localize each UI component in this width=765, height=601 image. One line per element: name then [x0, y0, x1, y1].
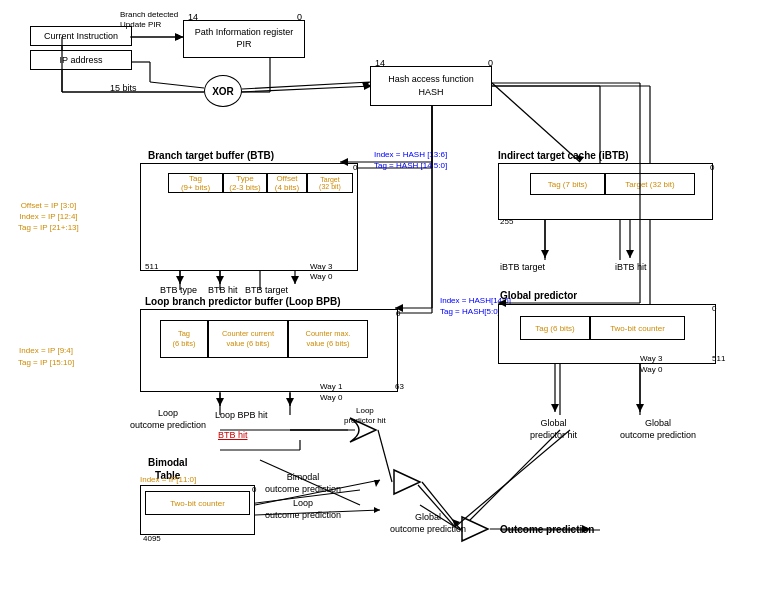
- hash-box: Hash access function HASH: [370, 66, 492, 106]
- btb-zero: 0: [353, 163, 357, 172]
- svg-marker-66: [216, 398, 224, 406]
- branch-detected-label: Branch detected: [120, 10, 178, 19]
- loop-bpb-tag-cell: Tag(6 bits): [160, 320, 208, 358]
- svg-line-41: [242, 82, 370, 89]
- outcome-prediction-label: Outcome prediction: [500, 524, 594, 535]
- svg-marker-76: [374, 507, 380, 513]
- bimodal-zero: 0: [252, 485, 256, 494]
- btb-tag-header: Tag(9+ bits): [168, 173, 223, 193]
- btb-hash-index: Index = HASH [13:6]: [374, 150, 447, 159]
- hash-bit14: 14: [375, 58, 385, 68]
- svg-line-85: [378, 430, 392, 482]
- btb-type-header: Type(2-3 bits): [223, 173, 267, 193]
- svg-line-3: [150, 82, 204, 88]
- pir-line1: Path Information register: [195, 27, 294, 39]
- global-pred-511: 511: [712, 354, 725, 363]
- svg-marker-72: [636, 404, 644, 412]
- svg-marker-70: [551, 404, 559, 412]
- svg-marker-60: [291, 276, 299, 284]
- svg-marker-74: [374, 480, 380, 487]
- ip-address-box: IP address: [30, 50, 132, 70]
- btb-hit-arrow-label: BTB hit: [218, 430, 248, 440]
- global-pred-way3: Way 3: [640, 354, 662, 363]
- pir-bit14: 14: [188, 12, 198, 22]
- ibtb-zero: 0: [710, 163, 714, 172]
- combine-gate-1: [392, 468, 422, 496]
- svg-marker-58: [216, 276, 224, 284]
- pir-box: Path Information register PIR: [183, 20, 305, 58]
- loop-bpb-counter-cell: Counter currentvalue (6 bits): [208, 320, 288, 358]
- svg-line-9: [240, 86, 372, 92]
- hash-line2: HASH: [388, 86, 474, 99]
- loop-bpb-zero: 0: [396, 309, 400, 318]
- btb-offset-header: Offset(4 bits): [267, 173, 307, 193]
- svg-marker-34: [175, 33, 183, 41]
- loop-bpb-index-label: Index = IP [9:4]Tag = IP [15:10]: [18, 345, 74, 369]
- diagram: Current Instruction IP address Path Info…: [0, 0, 765, 601]
- ip-address-label: IP address: [60, 55, 103, 65]
- btb-way3: Way 3: [310, 262, 332, 271]
- current-instruction-label: Current Instruction: [44, 31, 118, 41]
- global-pred-counter-cell: Two-bit counter: [590, 316, 685, 340]
- loop-pred-hit-label: Looppredictor hit: [344, 406, 386, 427]
- loop-outcome-pred-label: Loopoutcome prediction: [130, 408, 206, 431]
- bimodal-outcome-label: Bimodaloutcome prediction: [265, 472, 341, 495]
- loop-bpb-maxcounter-cell: Counter max.value (6 bits): [288, 320, 368, 358]
- loop-bpb-63: 63: [395, 382, 404, 391]
- global-pred-title: Global predictor: [500, 290, 577, 301]
- bimodal-index-label: Index = IP[11:0]: [140, 475, 196, 484]
- hash-bit0: 0: [488, 58, 493, 68]
- btb-way0: Way 0: [310, 272, 332, 281]
- btb-offset-label: Offset = IP [3:0]Index = IP [12:4]Tag = …: [18, 200, 79, 234]
- btb-511: 511: [145, 262, 158, 271]
- xor-label: XOR: [212, 86, 234, 97]
- btb-hash-tag: Tag = HASH [14.5:0]: [374, 161, 447, 170]
- ibtb-tag-cell: Tag (7 bits): [530, 173, 605, 195]
- ibtb-target-cell: Target (32 bit): [605, 173, 695, 195]
- xor-box: XOR: [204, 75, 242, 107]
- fifteen-bits-label: 15 bits: [110, 83, 137, 93]
- global-pred-way0: Way 0: [640, 365, 662, 374]
- btb-type-out: BTB type: [160, 285, 197, 295]
- global-pred-hit-label: Globalpredictor hit: [530, 418, 577, 441]
- loop-hash-tag: Tag = HASH[5:0]: [440, 307, 500, 316]
- global-outcome-lower-label: Globaloutcome prediction: [390, 512, 466, 535]
- ibtb-hit-out: iBTB hit: [615, 262, 647, 272]
- btb-target-header: Target(32 bit): [307, 173, 353, 193]
- loop-outcome-lower-label: Loopoutcome prediction: [265, 498, 341, 521]
- bimodal-4095: 4095: [143, 534, 161, 543]
- btb-title: Branch target buffer (BTB): [148, 150, 274, 161]
- global-pred-zero: 0: [712, 304, 716, 313]
- svg-marker-68: [286, 398, 294, 406]
- ibtb-255: 255: [500, 217, 513, 226]
- loop-bpb-way1: Way 1: [320, 382, 342, 391]
- hash-line1: Hash access function: [388, 73, 474, 86]
- global-pred-tag-cell: Tag (6 bits): [520, 316, 590, 340]
- svg-line-78: [455, 430, 570, 527]
- svg-marker-62: [541, 250, 549, 258]
- pir-bit0: 0: [297, 12, 302, 22]
- btb-hit-out: BTB hit: [208, 285, 238, 295]
- loop-bpb-hit-label: Loop BPB hit: [215, 410, 268, 420]
- global-outcome-pred-label: Globaloutcome prediction: [620, 418, 696, 441]
- svg-marker-42: [362, 82, 370, 88]
- update-pir-label: Update PIR: [120, 20, 161, 29]
- ibtb-title: Indirect target cache (iBTB): [498, 150, 629, 161]
- loop-bpb-way0: Way 0: [320, 393, 342, 402]
- svg-marker-64: [626, 250, 634, 258]
- ibtb-target-out: iBTB target: [500, 262, 545, 272]
- loop-bpb-title: Loop branch predictor buffer (Loop BPB): [145, 296, 341, 307]
- pir-line2: PIR: [195, 39, 294, 51]
- combine-gate-1-svg: [392, 468, 422, 496]
- svg-marker-56: [176, 276, 184, 284]
- current-instruction-box: Current Instruction: [30, 26, 132, 46]
- btb-target-out: BTB target: [245, 285, 288, 295]
- bimodal-counter-cell: Two-bit counter: [145, 491, 250, 515]
